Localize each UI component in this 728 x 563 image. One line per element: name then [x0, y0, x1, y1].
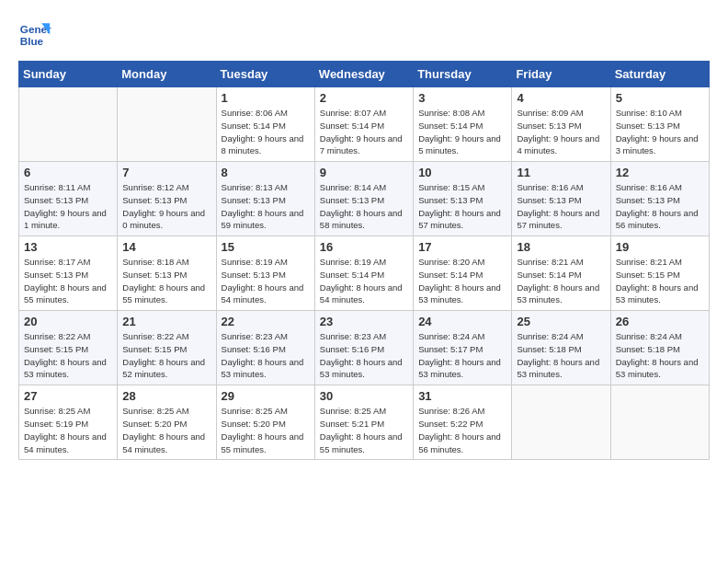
calendar-cell: 3Sunrise: 8:08 AMSunset: 5:14 PMDaylight… [414, 87, 512, 162]
day-number: 31 [418, 389, 506, 403]
calendar-cell: 23Sunrise: 8:23 AMSunset: 5:16 PMDayligh… [314, 311, 413, 385]
day-number: 13 [24, 240, 112, 254]
svg-text:Blue: Blue [20, 35, 44, 47]
calendar-cell: 12Sunrise: 8:16 AMSunset: 5:13 PMDayligh… [610, 162, 709, 236]
day-number: 17 [418, 240, 506, 254]
calendar-cell: 5Sunrise: 8:10 AMSunset: 5:13 PMDaylight… [610, 87, 709, 162]
day-number: 25 [517, 315, 605, 328]
day-number: 27 [24, 389, 112, 403]
day-number: 19 [616, 240, 704, 254]
calendar-cell: 1Sunrise: 8:06 AMSunset: 5:14 PMDaylight… [216, 87, 314, 162]
day-number: 3 [418, 91, 506, 105]
day-number: 7 [122, 166, 210, 179]
calendar-cell: 21Sunrise: 8:22 AMSunset: 5:15 PMDayligh… [118, 311, 216, 385]
calendar-cell: 31Sunrise: 8:26 AMSunset: 5:22 PMDayligh… [414, 385, 512, 460]
calendar-cell: 29Sunrise: 8:25 AMSunset: 5:20 PMDayligh… [216, 385, 314, 460]
calendar-cell: 10Sunrise: 8:15 AMSunset: 5:13 PMDayligh… [414, 162, 512, 236]
day-number: 2 [320, 91, 408, 105]
day-number: 5 [616, 91, 704, 105]
day-info: Sunrise: 8:20 AMSunset: 5:14 PMDaylight:… [418, 256, 506, 306]
calendar-table: SundayMondayTuesdayWednesdayThursdayFrid… [18, 61, 710, 460]
day-number: 30 [320, 389, 408, 403]
day-info: Sunrise: 8:19 AMSunset: 5:14 PMDaylight:… [320, 256, 408, 306]
day-number: 10 [418, 166, 506, 179]
header: General Blue [18, 17, 710, 50]
day-info: Sunrise: 8:16 AMSunset: 5:13 PMDaylight:… [517, 181, 605, 232]
weekday-header: Saturday [610, 62, 709, 87]
weekday-header: Sunday [19, 62, 118, 87]
day-number: 21 [122, 315, 210, 328]
calendar-cell: 4Sunrise: 8:09 AMSunset: 5:13 PMDaylight… [512, 87, 610, 162]
day-info: Sunrise: 8:08 AMSunset: 5:14 PMDaylight:… [418, 107, 506, 157]
weekday-header: Monday [118, 62, 216, 87]
day-info: Sunrise: 8:17 AMSunset: 5:13 PMDaylight:… [24, 256, 112, 306]
weekday-header: Thursday [414, 62, 512, 87]
calendar-cell: 2Sunrise: 8:07 AMSunset: 5:14 PMDaylight… [314, 87, 413, 162]
day-info: Sunrise: 8:07 AMSunset: 5:14 PMDaylight:… [320, 107, 408, 157]
day-number: 9 [320, 166, 408, 179]
day-info: Sunrise: 8:25 AMSunset: 5:21 PMDaylight:… [320, 405, 408, 455]
day-number: 20 [24, 315, 112, 328]
day-number: 22 [222, 315, 310, 328]
day-number: 8 [222, 166, 310, 179]
day-number: 28 [122, 389, 210, 403]
calendar-cell: 14Sunrise: 8:18 AMSunset: 5:13 PMDayligh… [118, 236, 216, 311]
day-number: 23 [320, 315, 408, 328]
weekday-header: Friday [512, 62, 610, 87]
day-info: Sunrise: 8:09 AMSunset: 5:13 PMDaylight:… [517, 107, 605, 157]
day-number: 24 [418, 315, 506, 328]
day-info: Sunrise: 8:15 AMSunset: 5:13 PMDaylight:… [418, 181, 506, 232]
day-number: 26 [616, 315, 704, 328]
calendar-cell: 9Sunrise: 8:14 AMSunset: 5:13 PMDaylight… [314, 162, 413, 236]
calendar-cell: 11Sunrise: 8:16 AMSunset: 5:13 PMDayligh… [512, 162, 610, 236]
calendar-cell: 27Sunrise: 8:25 AMSunset: 5:19 PMDayligh… [19, 385, 118, 460]
calendar-cell: 6Sunrise: 8:11 AMSunset: 5:13 PMDaylight… [19, 162, 118, 236]
calendar-cell: 13Sunrise: 8:17 AMSunset: 5:13 PMDayligh… [19, 236, 118, 311]
day-info: Sunrise: 8:18 AMSunset: 5:13 PMDaylight:… [122, 256, 210, 306]
day-info: Sunrise: 8:19 AMSunset: 5:13 PMDaylight:… [222, 256, 310, 306]
day-info: Sunrise: 8:23 AMSunset: 5:16 PMDaylight:… [320, 330, 408, 381]
day-number: 14 [122, 240, 210, 254]
calendar-cell: 24Sunrise: 8:24 AMSunset: 5:17 PMDayligh… [414, 311, 512, 385]
calendar-cell: 26Sunrise: 8:24 AMSunset: 5:18 PMDayligh… [610, 311, 709, 385]
logo: General Blue [18, 17, 51, 50]
calendar-cell: 20Sunrise: 8:22 AMSunset: 5:15 PMDayligh… [19, 311, 118, 385]
calendar-cell: 19Sunrise: 8:21 AMSunset: 5:15 PMDayligh… [610, 236, 709, 311]
day-info: Sunrise: 8:26 AMSunset: 5:22 PMDaylight:… [418, 405, 506, 455]
day-info: Sunrise: 8:14 AMSunset: 5:13 PMDaylight:… [320, 181, 408, 232]
calendar-cell: 16Sunrise: 8:19 AMSunset: 5:14 PMDayligh… [314, 236, 413, 311]
day-info: Sunrise: 8:21 AMSunset: 5:15 PMDaylight:… [616, 256, 704, 306]
calendar-cell: 30Sunrise: 8:25 AMSunset: 5:21 PMDayligh… [314, 385, 413, 460]
day-number: 4 [517, 91, 605, 105]
day-info: Sunrise: 8:06 AMSunset: 5:14 PMDaylight:… [222, 107, 310, 157]
calendar-cell [118, 87, 216, 162]
day-info: Sunrise: 8:25 AMSunset: 5:20 PMDaylight:… [222, 405, 310, 455]
day-info: Sunrise: 8:16 AMSunset: 5:13 PMDaylight:… [616, 181, 704, 232]
day-number: 6 [24, 166, 112, 179]
page: General Blue SundayMondayTuesdayWednesda… [0, 0, 728, 469]
day-info: Sunrise: 8:25 AMSunset: 5:19 PMDaylight:… [24, 405, 112, 455]
weekday-header: Wednesday [314, 62, 413, 87]
day-number: 29 [222, 389, 310, 403]
calendar-cell: 17Sunrise: 8:20 AMSunset: 5:14 PMDayligh… [414, 236, 512, 311]
weekday-header: Tuesday [216, 62, 314, 87]
day-info: Sunrise: 8:22 AMSunset: 5:15 PMDaylight:… [24, 330, 112, 381]
calendar-cell: 8Sunrise: 8:13 AMSunset: 5:13 PMDaylight… [216, 162, 314, 236]
day-number: 1 [222, 91, 310, 105]
day-info: Sunrise: 8:24 AMSunset: 5:18 PMDaylight:… [517, 330, 605, 381]
day-number: 16 [320, 240, 408, 254]
calendar-cell: 25Sunrise: 8:24 AMSunset: 5:18 PMDayligh… [512, 311, 610, 385]
calendar-cell: 18Sunrise: 8:21 AMSunset: 5:14 PMDayligh… [512, 236, 610, 311]
calendar-cell: 15Sunrise: 8:19 AMSunset: 5:13 PMDayligh… [216, 236, 314, 311]
day-info: Sunrise: 8:12 AMSunset: 5:13 PMDaylight:… [122, 181, 210, 232]
day-number: 15 [222, 240, 310, 254]
day-info: Sunrise: 8:22 AMSunset: 5:15 PMDaylight:… [122, 330, 210, 381]
calendar-cell [512, 385, 610, 460]
day-info: Sunrise: 8:11 AMSunset: 5:13 PMDaylight:… [24, 181, 112, 232]
calendar-cell [19, 87, 118, 162]
calendar-cell [610, 385, 709, 460]
logo-icon: General Blue [18, 17, 51, 50]
day-info: Sunrise: 8:23 AMSunset: 5:16 PMDaylight:… [222, 330, 310, 381]
day-info: Sunrise: 8:13 AMSunset: 5:13 PMDaylight:… [222, 181, 310, 232]
calendar-cell: 28Sunrise: 8:25 AMSunset: 5:20 PMDayligh… [118, 385, 216, 460]
